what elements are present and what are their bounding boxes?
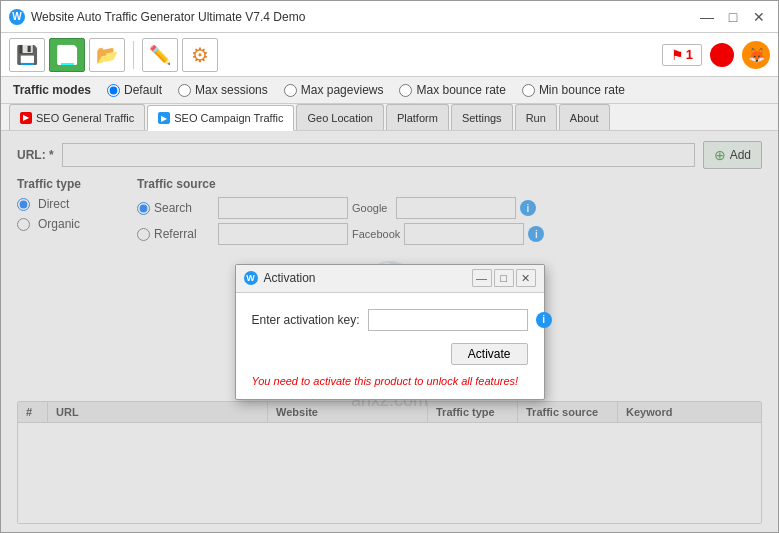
activation-dialog: W Activation — □ ✕ Enter activation key:… <box>235 264 545 400</box>
new-icon: 💾 <box>16 44 38 66</box>
mode-max-sessions[interactable]: Max sessions <box>178 83 268 97</box>
tab-run[interactable]: Run <box>515 104 557 130</box>
activation-key-label: Enter activation key: <box>252 313 360 327</box>
mode-default[interactable]: Default <box>107 83 162 97</box>
main-content: URL: * ⊕ Add Traffic type Direct Organic <box>1 131 778 532</box>
toolbar-right: ⚑ 1 🦊 <box>662 41 770 69</box>
mode-max-sessions-label: Max sessions <box>195 83 268 97</box>
maximize-button[interactable]: □ <box>722 6 744 28</box>
edit-icon: ✏️ <box>149 44 171 66</box>
minimize-button[interactable]: — <box>696 6 718 28</box>
badge-counter: ⚑ 1 <box>662 44 702 66</box>
title-bar: W Website Auto Traffic Generator Ultimat… <box>1 1 778 33</box>
mode-max-bounce-rate-label: Max bounce rate <box>416 83 505 97</box>
share-button[interactable]: ⚙ <box>182 38 218 72</box>
tab-seo-campaign-icon: ▶ <box>158 112 170 124</box>
traffic-modes-label: Traffic modes <box>13 83 91 97</box>
modal-overlay: 🔒 安下载 anxz.com W Activation — □ ✕ <box>1 131 778 532</box>
activate-button[interactable]: Activate <box>451 343 528 365</box>
badge-icon: ⚑ <box>671 47 684 63</box>
mode-max-pageviews-radio[interactable] <box>284 84 297 97</box>
dialog-title-bar: W Activation — □ ✕ <box>236 265 544 293</box>
dialog-controls: — □ ✕ <box>472 269 536 287</box>
tab-seo-general[interactable]: ▶ SEO General Traffic <box>9 104 145 130</box>
dialog-maximize-button[interactable]: □ <box>494 269 514 287</box>
dialog-content: Enter activation key: i Activate You nee… <box>236 293 544 399</box>
activation-info-button[interactable]: i <box>536 312 552 328</box>
app-icon: W <box>9 9 25 25</box>
tab-seo-campaign[interactable]: ▶ SEO Campaign Traffic <box>147 105 294 131</box>
save-button[interactable]: 💾 <box>49 38 85 72</box>
share-icon: ⚙ <box>191 43 209 67</box>
title-controls: — □ ✕ <box>696 6 770 28</box>
mode-max-sessions-radio[interactable] <box>178 84 191 97</box>
tab-seo-general-icon: ▶ <box>20 112 32 124</box>
tab-seo-campaign-label: SEO Campaign Traffic <box>174 112 283 124</box>
mode-max-pageviews[interactable]: Max pageviews <box>284 83 384 97</box>
tab-about[interactable]: About <box>559 104 610 130</box>
edit-button[interactable]: ✏️ <box>142 38 178 72</box>
record-button[interactable] <box>710 43 734 67</box>
toolbar-separator-1 <box>133 41 134 69</box>
activation-key-row: Enter activation key: i <box>252 309 528 331</box>
tab-about-label: About <box>570 112 599 124</box>
dialog-title: Activation <box>264 271 472 285</box>
tab-platform-label: Platform <box>397 112 438 124</box>
activation-key-input[interactable] <box>368 309 528 331</box>
mode-default-label: Default <box>124 83 162 97</box>
mode-max-bounce-rate[interactable]: Max bounce rate <box>399 83 505 97</box>
tab-run-label: Run <box>526 112 546 124</box>
mode-max-pageviews-label: Max pageviews <box>301 83 384 97</box>
main-window: W Website Auto Traffic Generator Ultimat… <box>0 0 779 533</box>
toolbar: 💾 💾 📂 ✏️ ⚙ ⚑ 1 🦊 <box>1 33 778 77</box>
tabs-bar: ▶ SEO General Traffic ▶ SEO Campaign Tra… <box>1 104 778 131</box>
tab-geo-location-label: Geo Location <box>307 112 372 124</box>
tab-settings[interactable]: Settings <box>451 104 513 130</box>
dialog-close-button[interactable]: ✕ <box>516 269 536 287</box>
tab-platform[interactable]: Platform <box>386 104 449 130</box>
mode-default-radio[interactable] <box>107 84 120 97</box>
traffic-modes-bar: Traffic modes Default Max sessions Max p… <box>1 77 778 104</box>
tab-geo-location[interactable]: Geo Location <box>296 104 383 130</box>
activate-btn-row: Activate <box>252 343 528 365</box>
mode-min-bounce-rate-label: Min bounce rate <box>539 83 625 97</box>
warning-text: You need to activate this product to unl… <box>252 375 528 387</box>
mode-min-bounce-rate[interactable]: Min bounce rate <box>522 83 625 97</box>
mode-max-bounce-rate-radio[interactable] <box>399 84 412 97</box>
close-button[interactable]: ✕ <box>748 6 770 28</box>
new-button[interactable]: 💾 <box>9 38 45 72</box>
window-title: Website Auto Traffic Generator Ultimate … <box>31 10 696 24</box>
mode-min-bounce-rate-radio[interactable] <box>522 84 535 97</box>
badge-number: 1 <box>686 47 693 62</box>
tab-settings-label: Settings <box>462 112 502 124</box>
open-button[interactable]: 📂 <box>89 38 125 72</box>
fox-icon: 🦊 <box>742 41 770 69</box>
dialog-icon: W <box>244 271 258 285</box>
open-icon: 📂 <box>96 44 118 66</box>
tab-seo-general-label: SEO General Traffic <box>36 112 134 124</box>
save-icon: 💾 <box>56 44 78 66</box>
dialog-minimize-button[interactable]: — <box>472 269 492 287</box>
